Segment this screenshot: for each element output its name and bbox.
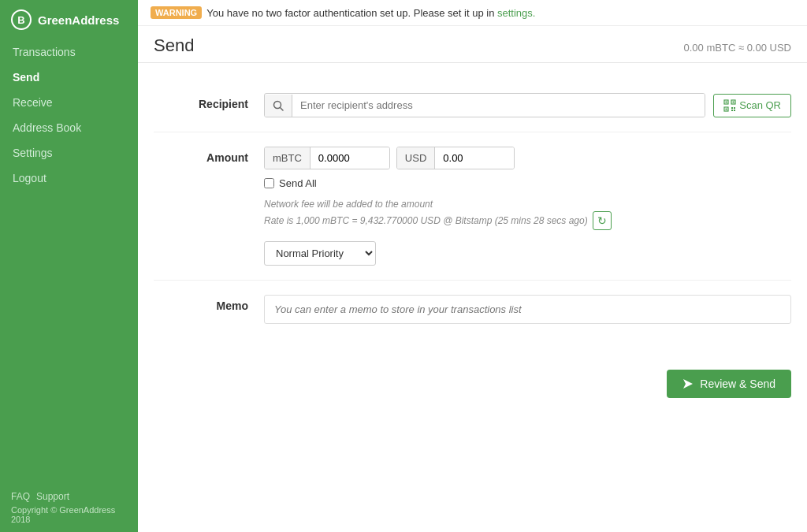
usd-currency-label: USD [397, 147, 435, 169]
sidebar-item-address-book[interactable]: Address Book [0, 115, 138, 140]
svg-rect-3 [726, 101, 727, 102]
app-logo: B GreenAddress [0, 0, 138, 39]
svg-rect-8 [731, 107, 733, 109]
copyright: Copyright © GreenAddress 2018 [11, 505, 127, 524]
page-header: Send 0.00 mBTC ≈ 0.00 USD [138, 26, 807, 63]
svg-line-1 [281, 107, 284, 110]
usd-amount-input[interactable] [435, 147, 514, 169]
recipient-label: Recipient [154, 93, 248, 117]
sidebar-item-logout[interactable]: Logout [0, 166, 138, 191]
svg-rect-11 [734, 110, 735, 111]
faq-link[interactable]: FAQ [11, 491, 30, 502]
btc-amount-input[interactable] [311, 147, 389, 169]
sidebar-item-transactions[interactable]: Transactions [0, 39, 138, 65]
logo-icon: B [11, 9, 32, 30]
main-content: WARNING You have no two factor authentic… [138, 0, 807, 532]
amount-field: mBTC USD Send All Network fee will be ad… [264, 147, 791, 266]
warning-message: You have no two factor authentication se… [206, 7, 535, 19]
settings-link[interactable]: settings. [497, 7, 535, 19]
svg-marker-12 [683, 379, 693, 389]
review-send-button[interactable]: Review & Send [667, 370, 791, 398]
recipient-input[interactable] [292, 94, 705, 117]
amount-section: Amount mBTC USD Send All [154, 132, 791, 281]
send-icon [682, 378, 694, 389]
balance-display: 0.00 mBTC ≈ 0.00 USD [684, 42, 791, 54]
form-footer: Review & Send [138, 354, 807, 406]
memo-section: Memo [154, 281, 791, 338]
fee-note: Network fee will be added to the amount … [264, 199, 791, 230]
send-all-label[interactable]: Send All [279, 177, 317, 189]
btc-currency-label: mBTC [265, 147, 311, 169]
support-link[interactable]: Support [36, 491, 69, 502]
usd-input-group: USD [396, 147, 515, 169]
sidebar-item-settings[interactable]: Settings [0, 140, 138, 166]
app-name: GreenAddress [38, 13, 119, 27]
sidebar: B GreenAddress Transactions Send Receive… [0, 0, 138, 532]
search-icon [273, 100, 284, 111]
qr-icon [723, 99, 736, 112]
recipient-field: Scan QR [264, 93, 791, 117]
btc-input-group: mBTC [264, 147, 390, 169]
recipient-search-button[interactable] [265, 95, 292, 117]
memo-field [264, 295, 791, 324]
scan-qr-button[interactable]: Scan QR [713, 94, 791, 117]
refresh-rate-button[interactable]: ↻ [593, 211, 612, 230]
memo-input[interactable] [264, 295, 791, 324]
sidebar-footer: FAQ Support Copyright © GreenAddress 201… [0, 483, 138, 532]
rate-line: Rate is 1,000 mBTC = 9,432.770000 USD @ … [264, 211, 791, 230]
recipient-section: Recipient [154, 79, 791, 132]
svg-rect-5 [733, 101, 734, 102]
recipient-input-wrap [264, 93, 705, 117]
sidebar-item-receive[interactable]: Receive [0, 90, 138, 115]
sidebar-item-send[interactable]: Send [0, 65, 138, 90]
svg-rect-10 [731, 110, 733, 111]
send-all-checkbox[interactable] [264, 178, 274, 188]
svg-rect-9 [734, 107, 735, 109]
send-all-row: Send All [264, 177, 791, 189]
warning-badge: WARNING [151, 6, 202, 19]
priority-select[interactable]: Normal Priority Low Priority High Priori… [264, 241, 376, 266]
form-content: Recipient [138, 63, 807, 354]
amount-label: Amount [154, 147, 248, 266]
amount-inputs: mBTC USD [264, 147, 791, 169]
warning-banner: WARNING You have no two factor authentic… [138, 0, 807, 26]
svg-rect-7 [726, 108, 727, 110]
page-title: Send [154, 35, 194, 56]
memo-label: Memo [154, 295, 248, 324]
